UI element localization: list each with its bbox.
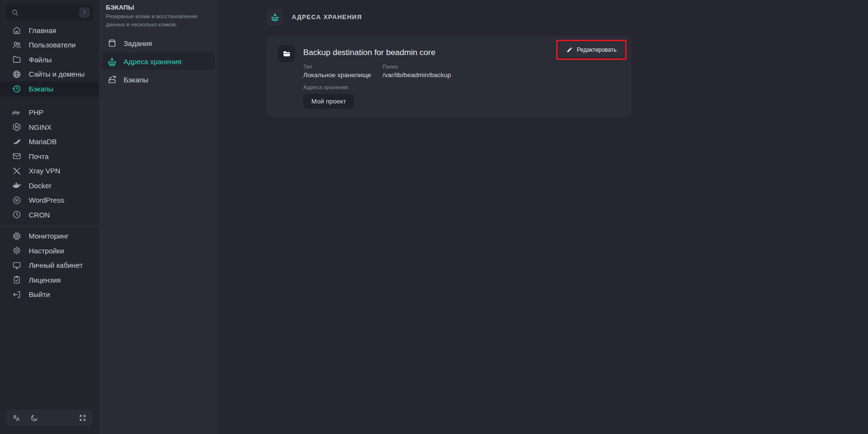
- history-icon: [12, 84, 22, 93]
- edit-annotation-box: Редактировать: [556, 40, 627, 60]
- field-label: Тип: [303, 64, 371, 69]
- subpanel-item-label: Бэкапы: [124, 76, 148, 84]
- pencil-icon: [566, 47, 572, 53]
- sidebar-spacer: [0, 302, 99, 410]
- backup-restore-icon: [107, 74, 117, 85]
- sidebar-item-account[interactable]: Личный кабинет: [0, 258, 99, 273]
- sidebar-item-monitoring[interactable]: Мониторинг: [0, 229, 99, 244]
- sidebar-item-label: CRON: [29, 211, 50, 219]
- field-value: /var/lib/beadmin/backup: [383, 71, 451, 79]
- sidebar-item-label: Файлы: [29, 56, 52, 64]
- mail-icon: [12, 151, 22, 161]
- sidebar-item-label: Настройки: [29, 247, 64, 255]
- sidebar-item-backups[interactable]: Бэкапы: [0, 81, 99, 96]
- sidebar-item-label: Выйти: [29, 290, 50, 298]
- home-icon: [12, 25, 22, 35]
- mariadb-icon: [12, 137, 22, 147]
- sidebar-item-label: NGINX: [29, 123, 52, 131]
- sidebar-item-mail[interactable]: Почта: [0, 149, 99, 164]
- search-shortcut-badge: /: [80, 8, 90, 18]
- folder-open-icon: [282, 49, 291, 58]
- edit-button[interactable]: Редактировать: [559, 43, 624, 57]
- translate-icon[interactable]: [12, 414, 21, 422]
- fullscreen-icon[interactable]: [79, 414, 87, 422]
- sidebar: / Главная Пользователи Файлы Сайты и дом…: [0, 0, 99, 434]
- subpanel-item-storage-addresses[interactable]: Адреса хранения: [102, 53, 215, 70]
- clock-icon: [12, 210, 22, 219]
- sidebar-item-label: WordPress: [29, 196, 64, 204]
- subpanel-item-label: Адреса хранения: [124, 57, 182, 66]
- sidebar-item-license[interactable]: Лицензия: [0, 273, 99, 287]
- sidebar-item-docker[interactable]: Docker: [0, 178, 99, 193]
- sidebar-item-label: Главная: [29, 26, 56, 34]
- sidebar-item-logout[interactable]: Выйти: [0, 287, 99, 302]
- sidebar-divider: [0, 103, 99, 103]
- sidebar-item-files[interactable]: Файлы: [0, 52, 99, 67]
- edit-button-label: Редактировать: [577, 46, 617, 53]
- logout-icon: [12, 290, 22, 299]
- search-box[interactable]: /: [6, 4, 93, 21]
- sidebar-item-users[interactable]: Пользователи: [0, 38, 99, 53]
- globe-icon: [12, 69, 22, 79]
- project-tag[interactable]: Мой проект: [303, 94, 354, 109]
- sidebar-item-label: Пользователи: [29, 41, 76, 49]
- cpu-icon: [12, 231, 22, 241]
- field-folder: Папка /var/lib/beadmin/backup: [383, 64, 451, 79]
- sidebar-item-label: Сайты и домены: [29, 70, 85, 78]
- docker-icon: [12, 181, 22, 190]
- page-header: АДРЕСА ХРАНЕНИЯ: [266, 8, 868, 25]
- field-label: Папка: [383, 64, 451, 69]
- subpanel-nav: Задания Адреса хранения Бэкапы: [99, 34, 218, 88]
- field-type: Тип Локальное хранилище: [303, 64, 371, 79]
- inbox-download-icon: [107, 56, 117, 67]
- addresses-label: Адреса хранения:: [303, 84, 620, 90]
- subpanel-description: Резервные копии и восстановление данных …: [106, 12, 210, 28]
- page-title: АДРЕСА ХРАНЕНИЯ: [292, 13, 362, 21]
- sidebar-item-settings[interactable]: Настройки: [0, 243, 99, 258]
- subpanel-item-backups[interactable]: Бэкапы: [102, 71, 215, 88]
- sidebar-item-wordpress[interactable]: W WordPress: [0, 193, 99, 208]
- sidebar-item-label: Docker: [29, 182, 52, 190]
- card-icon-box: [278, 45, 295, 62]
- license-icon: [12, 275, 22, 285]
- subpanel-item-tasks[interactable]: Задания: [102, 34, 215, 52]
- search-icon: [11, 9, 19, 17]
- sidebar-item-label: PHP: [29, 108, 44, 116]
- subpanel-title: БЭКАПЫ: [106, 4, 211, 11]
- header-icon-box: [266, 8, 284, 25]
- users-icon: [12, 40, 22, 50]
- svg-text:php: php: [12, 110, 20, 115]
- folder-icon: [12, 55, 22, 64]
- tasks-icon: [107, 38, 117, 48]
- sidebar-item-cron[interactable]: CRON: [0, 207, 99, 222]
- sidebar-nav: Главная Пользователи Файлы Сайты и домен…: [0, 21, 99, 302]
- backups-subpanel: БЭКАПЫ Резервные копии и восстановление …: [99, 0, 218, 434]
- subpanel-item-label: Задания: [124, 39, 152, 47]
- storage-destination-card: Backup destination for beadmin core Тип …: [266, 36, 631, 117]
- sidebar-item-home[interactable]: Главная: [0, 23, 99, 38]
- sidebar-item-label: Личный кабинет: [29, 261, 83, 269]
- search-input[interactable]: [19, 9, 80, 16]
- sidebar-footer-bar: [6, 410, 93, 426]
- sidebar-item-label: MariaDB: [29, 137, 57, 146]
- sidebar-item-label: Xray VPN: [29, 167, 60, 175]
- moon-icon[interactable]: [30, 414, 38, 422]
- sidebar-item-mariadb[interactable]: MariaDB: [0, 135, 99, 149]
- destination-fields: Тип Локальное хранилище Папка /var/lib/b…: [303, 64, 620, 79]
- php-icon: php: [12, 108, 22, 117]
- nginx-icon: [12, 122, 22, 132]
- gear-icon: [12, 246, 22, 255]
- sidebar-item-label: Почта: [29, 152, 49, 160]
- svg-text:W: W: [15, 198, 19, 203]
- sidebar-item-label: Бэкапы: [29, 85, 54, 93]
- sidebar-item-sites-domains[interactable]: Сайты и домены: [0, 67, 99, 82]
- sidebar-item-label: Лицензия: [29, 276, 61, 284]
- wordpress-icon: W: [12, 195, 22, 205]
- monitor-icon: [12, 261, 22, 270]
- sidebar-item-php[interactable]: php PHP: [0, 105, 99, 120]
- main-content: АДРЕСА ХРАНЕНИЯ Backup destination for b…: [218, 0, 868, 434]
- sidebar-item-xray-vpn[interactable]: Xray VPN: [0, 164, 99, 179]
- sidebar-item-nginx[interactable]: NGINX: [0, 120, 99, 135]
- field-value: Локальное хранилище: [303, 71, 371, 79]
- sidebar-divider: [0, 226, 99, 227]
